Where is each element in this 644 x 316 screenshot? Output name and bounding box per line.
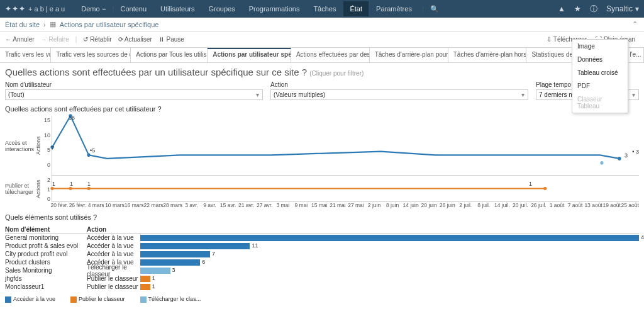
- tab-2[interactable]: Actions par Tous les utilisateurs: [131, 48, 208, 62]
- table-row[interactable]: City product profit evolAccéder à la vue…: [5, 250, 639, 258]
- nav-état[interactable]: État: [343, 1, 369, 16]
- download-opt-données[interactable]: Données: [572, 53, 628, 66]
- svg-point-3: [618, 157, 621, 161]
- download-opt-image[interactable]: Image: [572, 40, 628, 53]
- table-row[interactable]: Sales MonitoringTélécharger le classeur3: [5, 266, 639, 274]
- svg-point-8: [543, 187, 547, 190]
- site-selector[interactable]: Demo ⌁: [75, 1, 112, 17]
- page-title: Quelles actions sont effectuées par un u…: [5, 67, 639, 77]
- svg-point-7: [87, 187, 90, 190]
- download-opt-tableau-croisé[interactable]: Tableau croisé: [572, 66, 628, 79]
- chart-publish-label: Publier et télécharger: [5, 176, 35, 202]
- breadcrumb-root[interactable]: État du site: [5, 21, 40, 28]
- nav-programmations[interactable]: Programmations: [243, 1, 306, 16]
- filter-user-label: Nom d'utilisateur: [5, 81, 263, 88]
- pause-button[interactable]: ⏸ Pause: [158, 36, 184, 43]
- chart1-plot[interactable]: 7 16 •5 3 • 3: [52, 116, 639, 176]
- chart1-title: Quelles actions sont effectuées par cet …: [5, 105, 639, 113]
- toolbar: ← Annuler → Refaire | ↺ Rétablir ⟳ Actua…: [0, 31, 644, 48]
- search-icon[interactable]: 🔍: [424, 1, 445, 17]
- download-opt-pdf[interactable]: PDF: [572, 79, 628, 93]
- nav-contenu[interactable]: Contenu: [114, 1, 153, 16]
- y-axis-label-2: Actions: [35, 176, 42, 202]
- svg-point-6: [69, 187, 72, 190]
- x-axis: 20 févr.26 févr.4 mars10 mars16 mars22 m…: [50, 202, 639, 211]
- top-navbar: ✦✦✦ + a b | e a u Demo ⌁ | ContenuUtilis…: [0, 0, 644, 18]
- main-nav: ContenuUtilisateursGroupesProgrammations…: [114, 1, 418, 16]
- breadcrumb-page: Actions par utilisateur spécifique: [60, 21, 159, 28]
- legend-item[interactable]: Accéder à la vue: [5, 296, 55, 303]
- download-opt-classeur-tableau: Classeur Tableau: [572, 93, 628, 113]
- svg-point-4: [600, 161, 603, 165]
- chart2-plot[interactable]: 1 1 1 1: [52, 176, 639, 202]
- tab-6[interactable]: Tâches d'arrière-plan hors extr...: [448, 48, 527, 62]
- breadcrumb: État du site › ▦ Actions par utilisateur…: [0, 18, 644, 31]
- tab-4[interactable]: Actions effectuées par des utili...: [291, 48, 370, 62]
- redo-button: → Refaire: [41, 36, 69, 43]
- svg-point-5: [50, 187, 53, 190]
- chart-access-label: Accès et interactions: [5, 116, 35, 176]
- worksheet-tabs: Trafic vers les vuesTrafic vers les sour…: [0, 48, 644, 63]
- table-row[interactable]: Monclasseur1Publier le classeur1: [5, 283, 639, 291]
- element-table: Nom d'élément Action General monitoringA…: [5, 226, 639, 291]
- y-axis-label: Actions: [35, 116, 42, 176]
- legend: Accéder à la vuePublier le classeurTéléc…: [5, 296, 639, 303]
- collapse-icon[interactable]: ⌃: [632, 20, 638, 28]
- col-name-header: Nom d'élément: [5, 226, 87, 233]
- chart-publish: Publier et télécharger Actions 210 1 1 1…: [5, 176, 639, 202]
- legend-item[interactable]: Publier le classeur: [70, 296, 125, 303]
- revert-button[interactable]: ↺ Rétablir: [83, 36, 111, 43]
- table-row[interactable]: jhgfdsPublier le classeur1: [5, 274, 639, 283]
- svg-point-2: [87, 153, 90, 157]
- nav-tâches[interactable]: Tâches: [307, 1, 342, 16]
- logo: ✦✦✦ + a b | e a u: [5, 4, 65, 13]
- user-menu[interactable]: Synaltic ▾: [606, 4, 639, 13]
- nav-utilisateurs[interactable]: Utilisateurs: [154, 1, 201, 16]
- legend-item[interactable]: Télécharger le clas...: [140, 296, 201, 303]
- table-row[interactable]: General monitoringAccéder à la vue48: [5, 234, 639, 242]
- tab-5[interactable]: Tâches d'arrière-plan pour extr...: [370, 48, 448, 62]
- favorites-icon[interactable]: ★: [574, 4, 581, 13]
- filter-action-select[interactable]: (Valeurs multiples): [270, 89, 528, 100]
- filter-user: Nom d'utilisateur (Tout): [5, 81, 263, 100]
- table-title: Quels éléments sont utilisés ?: [5, 213, 639, 221]
- tab-0[interactable]: Trafic vers les vues: [0, 48, 51, 62]
- nav-paramètres[interactable]: Paramètres: [370, 1, 418, 16]
- table-row[interactable]: Product profit & sales evolAccéder à la …: [5, 242, 639, 250]
- filter-action-label: Action: [270, 81, 528, 88]
- help-icon[interactable]: ⓘ: [590, 4, 597, 14]
- nav-groupes[interactable]: Groupes: [202, 1, 241, 16]
- refresh-button[interactable]: ⟳ Actualiser: [118, 36, 152, 43]
- download-menu: ImageDonnéesTableau croiséPDFClasseur Ta…: [572, 39, 628, 113]
- undo-button[interactable]: ← Annuler: [5, 36, 35, 43]
- tableau-logo-icon: ✦✦✦: [5, 4, 26, 13]
- tab-3[interactable]: Actions par utilisateur spécifiq...: [208, 48, 291, 62]
- alert-icon[interactable]: ▲: [558, 4, 565, 13]
- filter-user-select[interactable]: (Tout): [5, 89, 263, 100]
- y-axis-1: 151050: [42, 116, 52, 176]
- y-axis-2: 210: [42, 176, 52, 202]
- logo-text: + a b | e a u: [28, 5, 65, 13]
- col-action-header: Action: [87, 226, 140, 233]
- tab-1[interactable]: Trafic vers les sources de donn...: [51, 48, 131, 62]
- filter-action: Action (Valeurs multiples): [270, 81, 528, 100]
- worksheet-icon: ▦: [50, 20, 56, 28]
- chart-access: Accès et interactions Actions 151050 7 1…: [5, 116, 639, 176]
